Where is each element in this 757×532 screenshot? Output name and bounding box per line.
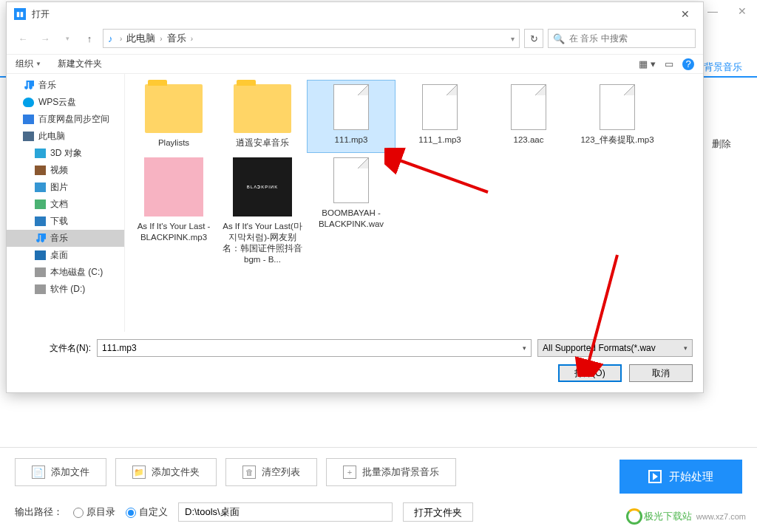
bottom-toolbar: 📄添加文件 📁添加文件夹 🗑清空列表 +批量添加背景音乐 开始处理 输出路径： … [0,447,757,532]
tree-disk-d[interactable]: 软件 (D:) [7,281,124,298]
file-item[interactable]: BOOMBAYAH - BLACKPINK.wav [307,153,396,270]
file-list: Playlists逍遥安卓音乐111.mp3111_1.mp3123.aac12… [125,74,703,332]
file-item[interactable]: As If It's Your Last - BLACKPINK.mp3 [129,153,218,270]
pc-icon [23,132,34,141]
file-label: 111.mp3 [310,134,393,146]
tree-videos[interactable]: 视频 [7,162,124,179]
doc-thumb-icon [333,157,369,203]
music-icon: ♪ [108,33,118,44]
baidu-icon [23,115,34,124]
open-button[interactable]: 打开(O) [558,364,622,382]
bg-close-button[interactable]: ✕ [727,5,757,17]
search-input[interactable] [569,33,690,44]
watermark: 极光下载站 www.xz7.com [626,508,746,525]
new-folder-button[interactable]: 新建文件夹 [58,58,102,70]
refresh-button[interactable]: ↻ [524,29,543,48]
file-label: 逍遥安卓音乐 [221,137,304,149]
search-box[interactable]: 🔍 [548,29,696,48]
file-item[interactable]: 123_伴奏提取.mp3 [573,80,662,153]
nav-back-button[interactable]: ← [14,33,32,44]
file-item[interactable]: 逍遥安卓音乐 [218,80,307,153]
cancel-button[interactable]: 取消 [629,364,693,382]
disk-icon [35,267,46,277]
music-icon [35,233,46,243]
disk-icon [35,284,46,294]
file-item[interactable]: Playlists [129,80,218,153]
batch-add-bgm-button[interactable]: +批量添加背景音乐 [326,458,456,486]
plus-icon: + [343,466,356,479]
file-item[interactable]: 123.aac [484,80,573,153]
doc-thumb-icon [511,84,546,130]
nav-forward-button[interactable]: → [36,33,54,44]
filename-combo[interactable]: 111.mp3 ▾ [97,339,532,357]
bg-delete-column: 删除 [712,137,731,151]
file-label: BOOMBAYAH - BLACKPINK.wav [310,208,393,230]
folder-thumb-icon [145,84,203,133]
add-folder-button[interactable]: 📁添加文件夹 [115,458,217,486]
tree-this-pc[interactable]: 此电脑 [7,128,124,145]
album-pink-thumb-icon [144,157,203,216]
breadcrumb-music[interactable]: 音乐 [164,32,189,45]
file-label: 123_伴奏提取.mp3 [576,134,659,146]
tree-music[interactable]: 音乐 [7,77,124,94]
doc-thumb-icon [422,84,458,130]
picture-icon [35,183,46,192]
tree-pictures[interactable]: 图片 [7,179,124,196]
app-logo-icon: ▮▮ [14,8,26,20]
nav-bar: ← → ▾ ↑ ♪ › 此电脑 › 音乐 › ▾ ↻ 🔍 [7,26,703,54]
dialog-titlebar: ▮▮ 打开 ✕ [7,2,703,26]
tree-wps-cloud[interactable]: WPS云盘 [7,94,124,111]
download-icon [35,216,46,226]
file-label: 111_1.mp3 [398,134,481,146]
cloud-icon [23,98,34,107]
breadcrumb-pc[interactable]: 此电脑 [123,32,158,45]
open-folder-button[interactable]: 打开文件夹 [403,502,473,522]
start-process-button[interactable]: 开始处理 [619,460,742,494]
3d-icon [35,149,46,158]
nav-tree: 音乐 WPS云盘 百度网盘同步空间 此电脑 3D 对象 视频 图片 文档 下载 … [7,74,125,332]
file-item[interactable]: 111_1.mp3 [396,80,484,153]
add-file-button[interactable]: 📄添加文件 [15,458,106,486]
bg-tab-bgm[interactable]: 背景音乐 [704,61,742,74]
tree-downloads[interactable]: 下载 [7,213,124,230]
file-label: As If It's Your Last - BLACKPINK.mp3 [132,221,215,243]
file-icon: 📄 [32,466,45,479]
dialog-footer: 文件名(N): 111.mp3 ▾ All Supported Formats(… [7,332,703,392]
address-dropdown-icon[interactable]: ▾ [511,35,515,43]
play-icon [648,470,662,483]
view-mode-button[interactable]: ▦ ▾ [639,58,656,69]
tree-music-selected[interactable]: 音乐 [7,230,124,247]
dialog-close-button[interactable]: ✕ [675,7,696,21]
radio-custom-dir[interactable]: 自定义 [126,505,168,519]
file-type-filter[interactable]: All Supported Formats(*.wav ▾ [537,339,693,357]
tree-baidu-sync[interactable]: 百度网盘同步空间 [7,111,124,128]
tree-documents[interactable]: 文档 [7,196,124,213]
file-label: As If It's Your Last(마지막처럼)-网友别名：韩国证件照抖音… [221,221,304,265]
trash-icon: 🗑 [242,466,256,479]
watermark-logo-icon [626,508,642,525]
desktop-icon [35,250,46,260]
tree-desktop[interactable]: 桌面 [7,247,124,264]
filename-value[interactable]: 111.mp3 [102,343,137,353]
file-item[interactable]: BLΛƆKPIИKAs If It's Your Last(마지막처럼)-网友别… [218,153,307,270]
document-icon [35,200,46,209]
radio-original-dir[interactable]: 原目录 [73,505,115,519]
address-bar[interactable]: ♪ › 此电脑 › 音乐 › ▾ [103,29,520,48]
album-black-thumb-icon: BLΛƆKPIИK [233,157,292,216]
bg-window-controls: — ✕ [698,0,757,22]
preview-pane-button[interactable]: ▭ [665,58,673,69]
tree-3d-objects[interactable]: 3D 对象 [7,145,124,162]
search-icon: 🔍 [553,33,565,44]
help-button[interactable]: ? [682,58,694,70]
clear-list-button[interactable]: 🗑清空列表 [225,458,317,486]
nav-up-button[interactable]: ↑ [81,33,98,44]
chevron-down-icon[interactable]: ▾ [523,344,526,352]
chevron-down-icon[interactable]: ▾ [684,344,688,352]
nav-recent-dropdown[interactable]: ▾ [58,35,76,42]
organize-menu[interactable]: 组织▼ [16,58,41,70]
output-path-input[interactable] [178,502,393,522]
file-item[interactable]: 111.mp3 [307,80,396,153]
tree-disk-c[interactable]: 本地磁盘 (C:) [7,264,124,281]
output-path-label: 输出路径： [15,505,63,519]
folder-icon: 📁 [132,466,146,479]
